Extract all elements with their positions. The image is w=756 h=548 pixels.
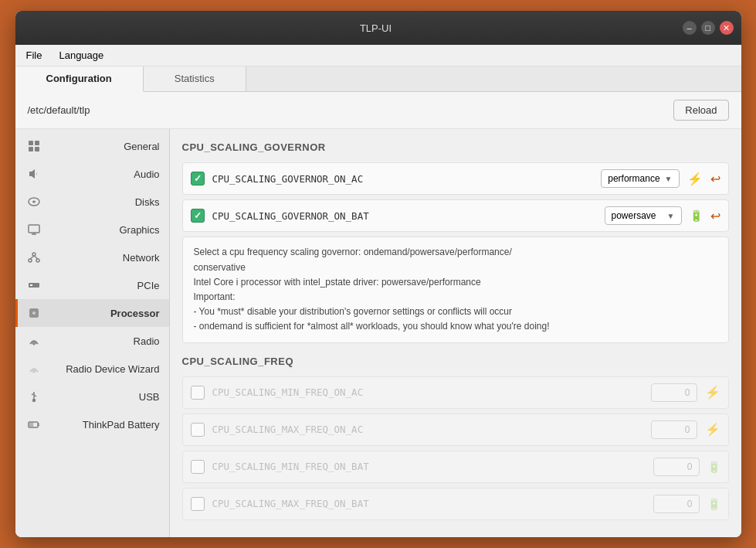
setting-row-governor-ac: CPU_SCALING_GOVERNOR_ON_AC performance ▼… xyxy=(182,162,729,195)
sidebar-item-processor[interactable]: Processor xyxy=(15,299,169,327)
svg-line-13 xyxy=(34,256,38,259)
svg-point-11 xyxy=(36,259,39,262)
section-governor: CPU_SCALING_GOVERNOR CPU_SCALING_GOVERNO… xyxy=(182,141,729,342)
sidebar-item-disks[interactable]: Disks xyxy=(15,188,169,216)
sidebar-label-graphics: Graphics xyxy=(49,224,160,236)
svg-line-12 xyxy=(30,256,34,259)
label-min-freq-bat: CPU_SCALING_MIN_FREQ_ON_BAT xyxy=(212,461,646,472)
svg-rect-17 xyxy=(32,311,36,315)
window-controls: – □ ✕ xyxy=(683,21,734,35)
audio-icon xyxy=(27,167,41,181)
setting-row-governor-bat: CPU_SCALING_GOVERNOR_ON_BAT powersave ▼ … xyxy=(182,199,729,232)
menubar: File Language xyxy=(15,45,741,66)
sidebar: General Audio Disks Graphics xyxy=(15,129,170,536)
svg-point-5 xyxy=(32,201,36,203)
dropdown-arrow-governor-ac: ▼ xyxy=(665,175,673,183)
sidebar-label-audio: Audio xyxy=(49,168,160,180)
svg-rect-6 xyxy=(29,225,39,233)
sidebar-item-general[interactable]: General xyxy=(15,132,169,160)
sidebar-label-disks: Disks xyxy=(49,196,160,208)
label-min-freq-ac: CPU_SCALING_MIN_FREQ_ON_AC xyxy=(212,386,643,398)
minimize-button[interactable]: – xyxy=(683,21,697,35)
sidebar-item-usb[interactable]: USB xyxy=(15,383,169,410)
svg-rect-1 xyxy=(35,141,39,145)
bat-icon-max-freq-bat: 🔋 xyxy=(707,498,720,510)
setting-row-min-freq-ac: CPU_SCALING_MIN_FREQ_ON_AC ⚡ xyxy=(182,376,729,409)
svg-point-10 xyxy=(29,259,32,262)
dropdown-wrap-governor-bat: powersave ▼ xyxy=(605,206,682,225)
sidebar-item-graphics[interactable]: Graphics xyxy=(15,216,169,243)
pcie-icon xyxy=(27,278,41,292)
dropdown-value-governor-ac: performance xyxy=(608,173,659,184)
checkbox-governor-ac[interactable] xyxy=(191,172,205,186)
ac-icon-governor-ac: ⚡ xyxy=(687,172,703,186)
input-max-freq-bat[interactable] xyxy=(653,495,700,513)
reset-button-governor-ac[interactable]: ↩ xyxy=(710,172,720,186)
sidebar-label-thinkpad-battery: ThinkPad Battery xyxy=(49,419,160,431)
thinkpad-battery-icon xyxy=(27,417,41,431)
radio-wizard-icon xyxy=(27,362,41,376)
tabs-bar: Configuration Statistics xyxy=(15,66,741,92)
svg-point-19 xyxy=(32,371,35,373)
sidebar-item-network[interactable]: Network xyxy=(15,243,169,271)
checkbox-min-freq-bat[interactable] xyxy=(191,460,205,474)
checkbox-max-freq-bat[interactable] xyxy=(191,497,205,511)
dropdown-wrap-governor-ac: performance ▼ xyxy=(601,169,679,188)
graphics-icon xyxy=(27,223,41,237)
sidebar-label-processor: Processor xyxy=(49,308,160,319)
sidebar-label-network: Network xyxy=(49,252,160,264)
svg-rect-0 xyxy=(29,141,33,145)
svg-point-23 xyxy=(32,400,35,402)
usb-icon xyxy=(27,390,41,403)
section-governor-description: Select a cpu frequency scaling governor:… xyxy=(182,237,729,342)
config-path: /etc/default/tlp xyxy=(28,104,90,116)
label-max-freq-bat: CPU_SCALING_MAX_FREQ_ON_BAT xyxy=(212,498,646,509)
setting-row-min-freq-bat: CPU_SCALING_MIN_FREQ_ON_BAT 🔋 xyxy=(182,451,729,483)
dropdown-arrow-governor-bat: ▼ xyxy=(667,212,675,220)
setting-row-max-freq-bat: CPU_SCALING_MAX_FREQ_ON_BAT 🔋 xyxy=(182,488,729,520)
dropdown-governor-bat[interactable]: powersave ▼ xyxy=(605,206,682,225)
checkbox-min-freq-ac[interactable] xyxy=(191,386,205,400)
content-area: CPU_SCALING_GOVERNOR CPU_SCALING_GOVERNO… xyxy=(170,129,741,536)
sidebar-label-general: General xyxy=(49,141,160,152)
setting-row-max-freq-ac: CPU_SCALING_MAX_FREQ_ON_AC ⚡ xyxy=(182,414,729,446)
input-max-freq-ac[interactable] xyxy=(651,420,697,439)
sidebar-item-thinkpad-battery[interactable]: ThinkPad Battery xyxy=(15,410,169,438)
close-button[interactable]: ✕ xyxy=(720,21,734,35)
checkbox-governor-bat[interactable] xyxy=(191,209,205,223)
reload-button[interactable]: Reload xyxy=(673,100,728,121)
svg-rect-2 xyxy=(29,147,33,151)
sidebar-item-pcie[interactable]: PCIe xyxy=(15,271,169,299)
tab-configuration[interactable]: Configuration xyxy=(15,66,144,92)
reset-button-governor-bat[interactable]: ↩ xyxy=(710,209,720,223)
window-title: TLP-UI xyxy=(69,22,683,34)
section-freq: CPU_SCALING_FREQ CPU_SCALING_MIN_FREQ_ON… xyxy=(182,356,729,520)
checkbox-max-freq-ac[interactable] xyxy=(191,423,205,437)
label-governor-ac: CPU_SCALING_GOVERNOR_ON_AC xyxy=(212,173,594,185)
menu-language[interactable]: Language xyxy=(54,48,108,63)
label-governor-bat: CPU_SCALING_GOVERNOR_ON_BAT xyxy=(212,210,597,222)
menu-file[interactable]: File xyxy=(22,48,47,63)
sidebar-item-audio[interactable]: Audio xyxy=(15,160,169,188)
sidebar-label-radio-wizard: Radio Device Wizard xyxy=(49,363,160,375)
svg-rect-3 xyxy=(35,147,39,151)
input-min-freq-bat[interactable] xyxy=(653,458,700,476)
bat-icon-governor-bat: 🔋 xyxy=(690,209,703,222)
dropdown-governor-ac[interactable]: performance ▼ xyxy=(601,169,679,188)
svg-point-9 xyxy=(32,253,36,256)
radio-icon xyxy=(27,334,41,348)
sidebar-label-usb: USB xyxy=(49,391,160,403)
section-governor-header: CPU_SCALING_GOVERNOR xyxy=(182,141,729,153)
sidebar-item-radio-device-wizard[interactable]: Radio Device Wizard xyxy=(15,355,169,383)
titlebar: TLP-UI – □ ✕ xyxy=(15,11,741,45)
ac-icon-max-freq-ac: ⚡ xyxy=(705,422,720,437)
bat-icon-min-freq-bat: 🔋 xyxy=(707,461,720,473)
input-min-freq-ac[interactable] xyxy=(651,383,697,402)
label-max-freq-ac: CPU_SCALING_MAX_FREQ_ON_AC xyxy=(212,424,643,435)
maximize-button[interactable]: □ xyxy=(701,21,715,35)
ac-icon-min-freq-ac: ⚡ xyxy=(705,385,720,400)
svg-rect-27 xyxy=(29,424,32,427)
tab-statistics[interactable]: Statistics xyxy=(144,66,246,91)
svg-point-18 xyxy=(32,343,35,345)
sidebar-item-radio[interactable]: Radio xyxy=(15,327,169,355)
